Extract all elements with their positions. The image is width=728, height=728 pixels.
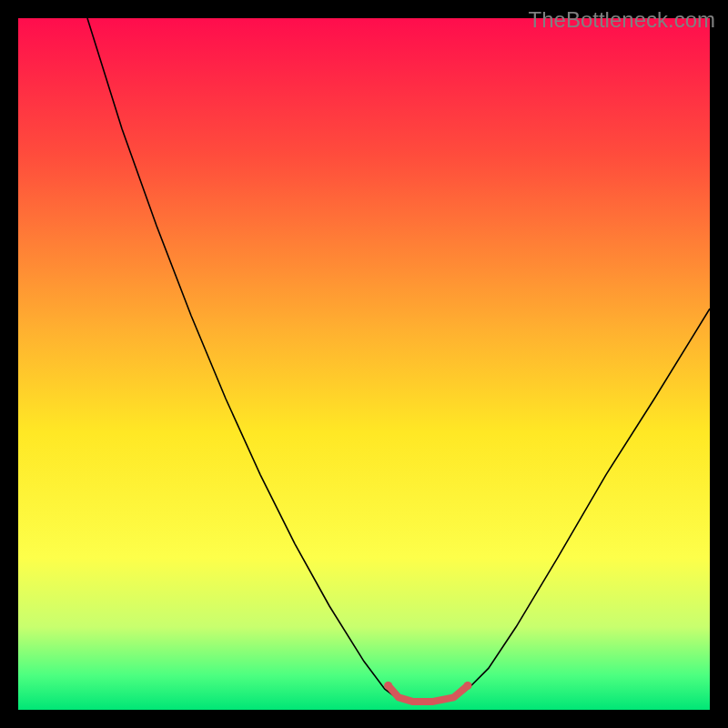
chart-svg [18,18,710,710]
watermark-text: TheBottleneck.com [529,7,715,33]
chart-background [18,18,710,710]
marker-endpoint [464,682,472,690]
marker-endpoint [384,682,392,690]
chart-plot-area [18,18,710,710]
